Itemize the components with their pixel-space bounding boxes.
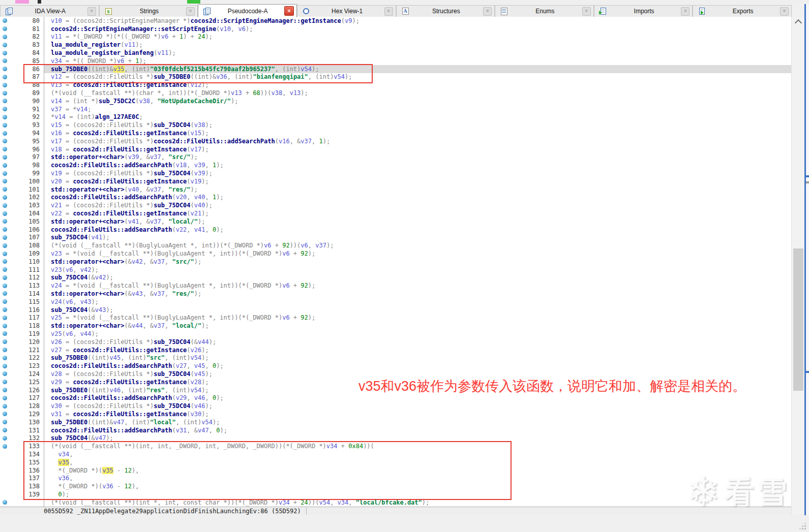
code-line[interactable]: (*(void (__fastcall **)(BuglyLuaAgent *,…: [44, 242, 334, 249]
code-line[interactable]: v13 = cocos2d::FileUtils::getInstance(v1…: [44, 81, 209, 88]
code-token[interactable]: );: [191, 153, 198, 161]
function-token[interactable]: sub_75DC04: [51, 306, 87, 314]
variable-token[interactable]: v42: [95, 274, 106, 281]
variable-token[interactable]: v41: [128, 218, 139, 225]
variable-token[interactable]: v19: [51, 170, 62, 177]
variable-token[interactable]: v16: [279, 138, 290, 145]
code-token[interactable]: , &: [187, 427, 198, 434]
variable-token[interactable]: v36: [102, 483, 113, 490]
variable-token[interactable]: v37: [154, 322, 165, 329]
line-marker-dot[interactable]: [3, 67, 7, 71]
code-line[interactable]: cocos2d::FileUtils::addSearchPath(v31, &…: [44, 427, 227, 434]
code-token[interactable]: , (int): [275, 66, 301, 73]
variable-token[interactable]: v11: [125, 41, 136, 48]
variable-token[interactable]: v41: [91, 234, 102, 241]
code-token[interactable]: );: [326, 242, 334, 249]
code-token[interactable]: );: [301, 89, 308, 97]
code-token[interactable]: ((int): [87, 354, 109, 361]
function-token[interactable]: sub_75DC04: [51, 234, 87, 241]
code-token[interactable]: +: [242, 89, 253, 97]
code-line[interactable]: std::operator+<char>(v40, &v37, "res/");: [44, 186, 198, 193]
variable-token[interactable]: v34: [338, 499, 349, 506]
code-token[interactable]: +: [290, 282, 301, 289]
code-token[interactable]: );: [139, 57, 146, 65]
code-line[interactable]: 0);: [44, 491, 69, 498]
line-marker-dot[interactable]: [3, 500, 7, 505]
function-token[interactable]: sub_75DC2C: [99, 98, 135, 105]
variable-token[interactable]: v35: [113, 66, 125, 73]
number-token[interactable]: 1: [319, 138, 322, 145]
pseudocode-pane[interactable]: 80v10 = (cocos2d::ScriptEngineManager *)…: [0, 17, 791, 507]
variable-token[interactable]: v26: [51, 338, 62, 346]
variable-token[interactable]: v37: [301, 138, 312, 145]
variable-token[interactable]: v18: [51, 146, 62, 153]
code-token[interactable]: = (cocos2d::FileUtils *): [62, 370, 154, 378]
code-token[interactable]: ): [187, 17, 190, 24]
variable-token[interactable]: v13: [231, 89, 242, 97]
line-marker-dot[interactable]: [3, 388, 7, 392]
variable-token[interactable]: v22: [51, 210, 62, 217]
line-marker-dot[interactable]: [3, 123, 7, 128]
code-token[interactable]: , (int): [125, 66, 151, 73]
code-token[interactable]: , (int): [308, 73, 334, 80]
code-line[interactable]: *v14 = (int)algn_127AE0C;: [44, 113, 143, 120]
code-token[interactable]: , (int): [121, 354, 146, 361]
code-token[interactable]: cocos2d::ScriptEngineManager *: [77, 17, 187, 24]
variable-token[interactable]: v45: [194, 370, 205, 378]
line-marker-dot[interactable]: [3, 284, 7, 288]
code-line[interactable]: v19 = (cocos2d::FileUtils *)sub_75DC04(v…: [44, 170, 213, 177]
variable-token[interactable]: v26: [191, 347, 202, 354]
function-token[interactable]: sub_75DBE0: [51, 387, 87, 394]
function-token[interactable]: cocos2d::FileUtils::getInstance: [73, 178, 187, 185]
code-token[interactable]: (*(void (__fastcall **)(BuglyLuaAgent *,…: [51, 242, 264, 249]
code-token[interactable]: );: [194, 258, 201, 265]
code-line[interactable]: std::operator+<char>(&v42, &v37, "src/")…: [44, 258, 201, 265]
code-token[interactable]: ,: [205, 362, 212, 369]
function-token[interactable]: sub_75DC04: [154, 370, 190, 378]
code-line[interactable]: v24(v6, v43);: [44, 298, 99, 305]
variable-token[interactable]: v14: [77, 106, 88, 113]
string-token[interactable]: "local/": [172, 322, 201, 329]
variable-token[interactable]: v37: [154, 290, 165, 297]
function-token[interactable]: cocos2d::FileUtils::getInstance: [73, 146, 187, 153]
variable-token[interactable]: v11: [51, 33, 62, 40]
line-marker-dot[interactable]: [3, 444, 7, 449]
tab-close-button[interactable]: ×: [780, 7, 789, 16]
line-marker-dot[interactable]: [3, 211, 7, 216]
variable-token[interactable]: v6: [282, 282, 289, 289]
code-line[interactable]: v31 = cocos2d::FileUtils::getInstance(v3…: [44, 411, 209, 418]
line-marker-dot[interactable]: [3, 83, 7, 87]
variable-token[interactable]: v35: [102, 467, 113, 474]
line-marker-dot[interactable]: [3, 380, 7, 384]
variable-token[interactable]: v18: [176, 162, 187, 169]
code-token[interactable]: (: [62, 298, 66, 305]
variable-token[interactable]: v38: [139, 98, 150, 105]
variable-token[interactable]: v37: [150, 153, 161, 161]
variable-token[interactable]: v10: [51, 17, 62, 24]
tab-imports[interactable]: Imports×: [594, 5, 693, 17]
line-marker-dot[interactable]: [3, 428, 7, 432]
string-token[interactable]: "local": [150, 419, 176, 426]
code-token[interactable]: , (int): [165, 387, 191, 394]
tab-close-button[interactable]: ×: [186, 7, 195, 16]
code-token[interactable]: , &: [139, 153, 150, 161]
variable-token[interactable]: v23: [51, 250, 62, 257]
variable-token[interactable]: v34: [326, 443, 338, 450]
code-token[interactable]: );: [92, 266, 99, 273]
tab-structures[interactable]: Structures×: [396, 5, 495, 17]
code-line[interactable]: v28 = (cocos2d::FileUtils *)sub_75DC04(v…: [44, 370, 213, 378]
code-token[interactable]: );: [168, 49, 175, 56]
function-token[interactable]: algn_127AE0C: [95, 113, 139, 120]
code-token[interactable]: = (: [62, 17, 77, 24]
function-token[interactable]: sub_75DC04: [154, 121, 190, 129]
code-token[interactable]: (: [341, 17, 345, 24]
code-token[interactable]: );: [216, 162, 223, 169]
variable-token[interactable]: v16: [51, 130, 62, 137]
variable-token[interactable]: v45: [110, 354, 121, 361]
variable-token[interactable]: v43: [95, 306, 106, 314]
variable-token[interactable]: v34: [279, 499, 290, 506]
code-token[interactable]: (: [187, 379, 190, 386]
code-line[interactable]: sub_75DBE0((int)v46, (int)"res", (int)v5…: [44, 387, 209, 394]
code-token[interactable]: );: [201, 322, 208, 329]
code-token[interactable]: ,: [308, 242, 315, 249]
